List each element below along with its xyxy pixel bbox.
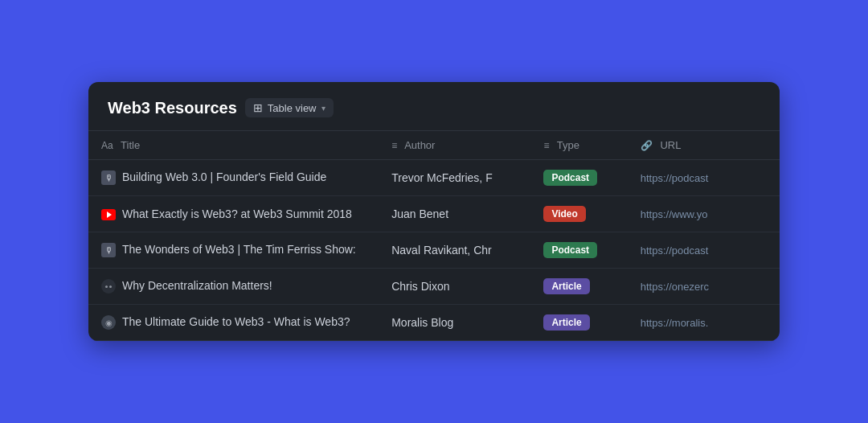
cell-type: Article [530, 305, 627, 341]
cell-title: 🎙The Wonders of Web3 | The Tim Ferriss S… [88, 232, 379, 269]
cell-title: ◉The Ultimate Guide to Web3 - What is We… [88, 305, 379, 341]
type-badge: Video [543, 206, 585, 222]
table-row[interactable]: 🎙Building Web 3.0 | Founder's Field Guid… [88, 160, 780, 196]
col-header-type[interactable]: ≡ Type [530, 131, 627, 160]
cell-type: Podcast [530, 160, 627, 196]
col-header-author[interactable]: ≡ Author [379, 131, 530, 160]
card-title: Web3 Resources [108, 99, 237, 117]
moralis-icon: ◉ [101, 315, 116, 330]
youtube-icon [101, 209, 116, 220]
cell-type: Podcast [530, 232, 627, 269]
mic-icon: 🎙 [101, 243, 116, 257]
cell-type: Video [530, 196, 627, 232]
text-icon: Aa [101, 140, 113, 151]
cell-author: Juan Benet [379, 196, 530, 232]
type-badge: Podcast [543, 242, 597, 258]
table-row[interactable]: Why Decentralization Matters! Chris Dixo… [88, 269, 780, 305]
table-row[interactable]: 🎙The Wonders of Web3 | The Tim Ferriss S… [88, 232, 780, 269]
col-header-url[interactable]: 🔗 URL [628, 131, 780, 160]
type-badge: Podcast [543, 170, 597, 186]
cell-author: Trevor McFedries, F [379, 160, 530, 196]
mic-icon: 🎙 [101, 170, 116, 185]
cell-title: 🎙Building Web 3.0 | Founder's Field Guid… [88, 160, 379, 196]
table-body: 🎙Building Web 3.0 | Founder's Field Guid… [88, 160, 780, 341]
type-badge: Article [543, 314, 589, 331]
cell-author: Moralis Blog [379, 305, 530, 341]
list-icon-author: ≡ [391, 140, 397, 151]
resources-table: Aa Title ≡ Author ≡ Type 🔗 URL [88, 130, 780, 341]
cell-type: Article [530, 269, 627, 305]
table-row[interactable]: What Exactly is Web3? at Web3 Summit 201… [88, 196, 780, 232]
type-badge: Article [543, 278, 589, 294]
cell-url: https://moralis. [628, 305, 780, 341]
chevron-down-icon: ▾ [321, 104, 326, 113]
cell-url: https://onezerc [628, 269, 780, 305]
card-header: Web3 Resources ⊞ Table view ▾ [88, 82, 780, 117]
list-icon-type: ≡ [543, 140, 549, 151]
cell-title: Why Decentralization Matters! [88, 269, 379, 305]
cell-url: https://www.yo [628, 196, 780, 232]
cell-url: https://podcast [628, 232, 780, 269]
table-row[interactable]: ◉The Ultimate Guide to Web3 - What is We… [88, 305, 780, 341]
table-header-row: Aa Title ≡ Author ≡ Type 🔗 URL [88, 131, 780, 160]
view-toggle-button[interactable]: ⊞ Table view ▾ [245, 98, 334, 117]
table-icon: ⊞ [253, 101, 263, 114]
cell-author: Chris Dixon [379, 269, 530, 305]
table-container: Aa Title ≡ Author ≡ Type 🔗 URL [88, 130, 780, 341]
view-label: Table view [268, 102, 317, 114]
cell-title: What Exactly is Web3? at Web3 Summit 201… [88, 196, 379, 232]
main-card: Web3 Resources ⊞ Table view ▾ Aa Title ≡… [88, 82, 780, 341]
dots-icon [101, 279, 116, 294]
cell-author: Naval Ravikant, Chr [379, 232, 530, 269]
col-header-title[interactable]: Aa Title [88, 131, 379, 160]
link-icon: 🔗 [641, 140, 653, 151]
cell-url: https://podcast [628, 160, 780, 196]
